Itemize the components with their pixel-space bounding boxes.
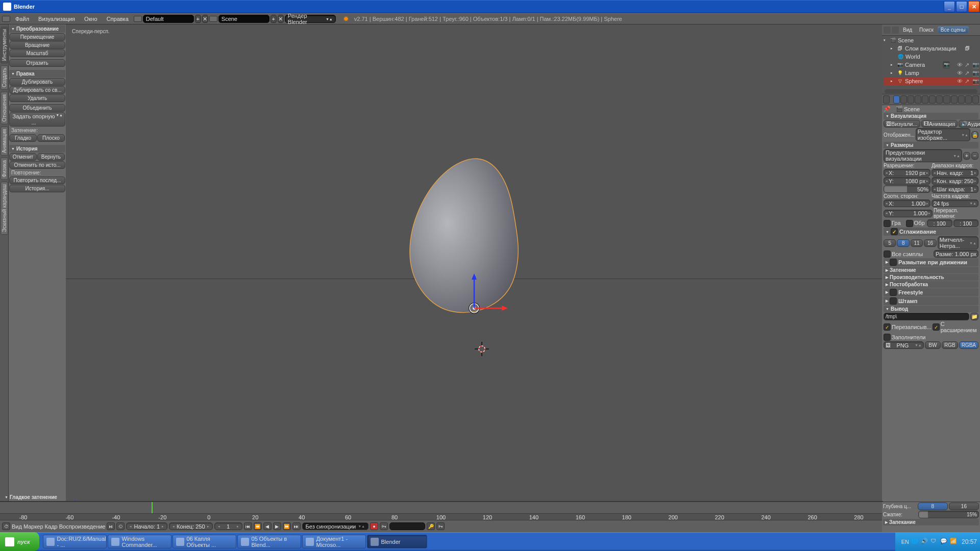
- outliner-view-menu[interactable]: Вид: [900, 27, 915, 33]
- taskbar-item[interactable]: Документ1 - Microso...: [302, 535, 366, 548]
- window-close-button[interactable]: ✕: [968, 1, 979, 12]
- layout-add-button[interactable]: +: [195, 15, 201, 23]
- delete-button[interactable]: Удалить: [9, 94, 65, 102]
- system-tray[interactable]: EN 🌐 🔊 🛡 💬 📶 20:57: [895, 532, 980, 551]
- lock-icon[interactable]: 🔒: [971, 131, 978, 139]
- aa-11-button[interactable]: 11: [911, 239, 923, 247]
- remap-old-input[interactable]: : 100: [927, 219, 952, 227]
- aspect-y-input[interactable]: ◂Y:1.000▸: [884, 210, 933, 217]
- end-frame-input[interactable]: ◂Конец: 250▸: [169, 522, 213, 530]
- transform-header[interactable]: Преобразование: [9, 25, 65, 33]
- render-preset-select[interactable]: Предустановки визуализации▼▲: [884, 149, 962, 162]
- performance-header[interactable]: Производительность: [884, 274, 978, 281]
- screen-layout-select[interactable]: Default: [143, 15, 194, 23]
- outliner-sphere-row[interactable]: ▸▽Sphere⠀👁↗📷: [884, 77, 978, 85]
- window-menu[interactable]: Окно: [80, 15, 102, 22]
- timeline-editor-type-icon[interactable]: ⏱: [2, 522, 10, 530]
- prop-tab-render-icon[interactable]: [893, 95, 900, 104]
- motionblur-header[interactable]: Размытие при движении: [884, 258, 978, 266]
- res-x-input[interactable]: ◂X:1920 px▸: [884, 169, 930, 177]
- dimensions-header[interactable]: Размеры: [884, 142, 978, 148]
- taskbar-clock[interactable]: 20:57: [960, 538, 977, 545]
- scene-add-button[interactable]: +: [271, 15, 277, 23]
- join-button[interactable]: Объединить: [9, 104, 65, 112]
- undo-history-button[interactable]: Отменить по исто...: [9, 161, 65, 169]
- prop-tab-particles-icon[interactable]: [965, 95, 972, 104]
- overwrite-checkbox[interactable]: ✓: [884, 323, 891, 331]
- autokey-button[interactable]: ●: [370, 522, 378, 530]
- prop-tab-object-icon[interactable]: [922, 95, 928, 104]
- rgba-button[interactable]: RGBA: [959, 341, 978, 349]
- bake-header[interactable]: Запекание: [883, 519, 979, 525]
- play-button[interactable]: ▶: [273, 522, 281, 530]
- frame-end-input[interactable]: ◂Кон. кадр:250▸: [932, 177, 978, 185]
- outliner-allscenes[interactable]: Все сцены: [938, 27, 969, 33]
- render-audio-button[interactable]: 🔊Аудио: [959, 120, 980, 128]
- frame-step-input[interactable]: ◂Шаг кадра:1▸: [932, 185, 978, 193]
- scale-button[interactable]: Масштаб: [9, 49, 65, 57]
- set-origin-button[interactable]: Задать опорную ...▼▲: [9, 112, 65, 127]
- keyingset-select[interactable]: [389, 522, 425, 530]
- taskbar-item[interactable]: 05 Объекты в Blend...: [237, 535, 301, 548]
- preview-range-icon[interactable]: ⏲: [116, 522, 125, 530]
- extensions-checkbox[interactable]: ✓: [933, 323, 940, 331]
- timeline-cursor[interactable]: [152, 502, 153, 513]
- tray-icon[interactable]: 📶: [950, 538, 958, 545]
- keyingset-del-button[interactable]: 🗝: [436, 522, 445, 530]
- tab-create[interactable]: Создать: [1, 65, 8, 90]
- screen-browse-icon[interactable]: [134, 16, 142, 22]
- transform-gizmo[interactable]: [438, 272, 510, 345]
- keyingset-icon[interactable]: 🗝: [380, 522, 388, 530]
- timeline-editor[interactable]: -80-60-40-200204060801001201401601802002…: [0, 502, 882, 520]
- shade-smooth-button[interactable]: Гладко: [9, 134, 37, 142]
- help-menu[interactable]: Справка: [103, 15, 133, 22]
- keyingset-add-button[interactable]: 🔑: [427, 522, 435, 530]
- edit-header[interactable]: Правка: [9, 70, 65, 78]
- pin-icon[interactable]: 📌: [884, 106, 891, 112]
- tab-grease[interactable]: Эскизный карандаш: [1, 182, 8, 235]
- outliner-camera-row[interactable]: ▸📷Camera📷👁↗📷: [884, 61, 978, 69]
- render-header[interactable]: Визуализация: [884, 113, 978, 119]
- scene-del-button[interactable]: ✕: [278, 15, 284, 23]
- start-frame-input[interactable]: ◂Начало: 1▸: [126, 522, 167, 530]
- redo-button[interactable]: Вернуть: [37, 153, 65, 161]
- timeline-view-menu[interactable]: Вид: [12, 523, 22, 530]
- tab-animation[interactable]: Анимация: [1, 127, 8, 156]
- display-mode-select[interactable]: Редактор изображе...▼▲: [916, 128, 970, 141]
- history-header[interactable]: История: [9, 145, 65, 153]
- start-button[interactable]: пуск: [0, 532, 39, 551]
- fps-select[interactable]: 24 fps▼▲: [932, 199, 978, 207]
- jump-last-button[interactable]: ⏭: [292, 522, 301, 530]
- timeline-frame-menu[interactable]: Кадр: [45, 523, 58, 530]
- shading-header[interactable]: Затенение: [884, 267, 978, 273]
- rotate-button[interactable]: Вращение: [9, 41, 65, 49]
- outliner-tree[interactable]: ▾🎬Scene ▸🗐Слои визуализации🗐 🌐World ▸📷Ca…: [882, 36, 980, 94]
- prop-tab-data-icon[interactable]: [943, 95, 950, 104]
- bw-button[interactable]: BW: [925, 341, 941, 349]
- jump-nextkey-button[interactable]: ⏩: [283, 522, 291, 530]
- prop-tab-renderlayers-icon[interactable]: [900, 95, 907, 104]
- timeline-playback-menu[interactable]: Воспроизведение: [59, 523, 106, 530]
- tab-tools[interactable]: Инструменты: [1, 27, 8, 63]
- timeline-track[interactable]: [0, 502, 882, 513]
- sync-mode-select[interactable]: Без синхронизации▼▲: [302, 522, 369, 530]
- format-select[interactable]: 🖼PNG▼▲: [884, 341, 924, 349]
- tray-icon[interactable]: 🛡: [930, 538, 938, 545]
- editor-type-icon[interactable]: [2, 16, 10, 22]
- rgb-button[interactable]: RGB: [942, 341, 958, 349]
- prop-tab-world-icon[interactable]: [915, 95, 921, 104]
- depth-8-button[interactable]: 8: [918, 503, 948, 510]
- prop-tab-modifiers-icon[interactable]: [936, 95, 943, 104]
- taskbar-item[interactable]: Windows Commander...: [108, 535, 172, 548]
- tray-icon[interactable]: 🔊: [921, 538, 928, 545]
- range-limit-icon[interactable]: ⏯: [107, 522, 115, 530]
- render-engine-select[interactable]: Рендер Blender▼▲: [285, 15, 336, 23]
- tray-icon[interactable]: 💬: [940, 538, 948, 545]
- duplicate-linked-button[interactable]: Дублировать со св...: [9, 86, 65, 94]
- aa-filter-select[interactable]: Митчелл-Нетра...▼▲: [938, 236, 978, 249]
- taskbar-item[interactable]: Doc:RU/2.6/Manual - ...: [43, 535, 107, 548]
- render-image-button[interactable]: 🖼Визуали...: [884, 120, 920, 128]
- outliner-display-mode-icon[interactable]: [892, 27, 899, 34]
- outliner-renderlayers-row[interactable]: ▸🗐Слои визуализации🗐: [884, 44, 978, 53]
- prop-tab-scene-icon[interactable]: [908, 95, 914, 104]
